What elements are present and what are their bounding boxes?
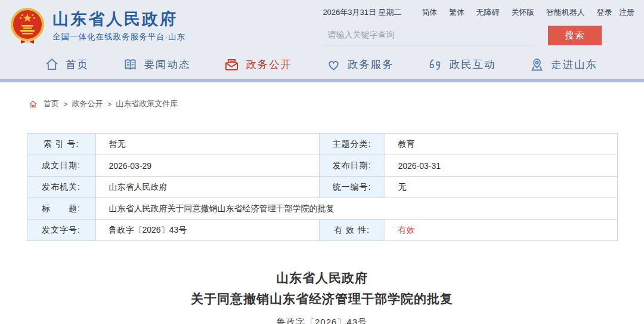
meta-label-doc-number: 发文字号:	[27, 220, 95, 241]
site-subtitle: 全国一体化在线政务服务平台·山东	[52, 32, 185, 42]
link-simplified[interactable]: 简体	[422, 8, 437, 17]
meta-label-publish-date: 发布日期:	[319, 155, 385, 177]
meta-label-validity: 有 效 性:	[319, 220, 385, 241]
current-date: 2026年3月31日 星期二	[323, 8, 401, 17]
link-accessibility[interactable]: 无障碍	[476, 8, 500, 17]
nav-item-gov-info[interactable]: 政务公开	[224, 57, 292, 73]
link-traditional[interactable]: 繁体	[449, 8, 465, 17]
header-divider	[0, 79, 644, 82]
meta-label-written-date: 成文日期:	[27, 155, 95, 177]
document-meta-table: 索 引 号: 暂无 主题分类: 教育 成文日期: 2026-03-29 发布日期…	[27, 133, 618, 241]
breadcrumb-policy-library[interactable]: 山东省政策文件库	[116, 98, 178, 109]
meta-value-unified-no: 无	[385, 177, 617, 198]
nav-label: 要闻动态	[144, 57, 191, 72]
meta-label-issuing-agency: 发布机关:	[27, 177, 95, 198]
home-icon	[29, 100, 38, 109]
nav-item-about-shandong[interactable]: 走进山东	[529, 57, 597, 73]
breadcrumb-separator: >	[63, 100, 68, 109]
national-emblem-logo	[10, 7, 45, 44]
nav-label: 首页	[66, 57, 89, 72]
meta-value-validity: 有效	[385, 220, 617, 241]
document-title-line2: 关于同意撤销山东省经济管理干部学院的批复	[0, 288, 644, 309]
meta-value-topic: 教育	[385, 134, 617, 155]
link-smart-robot[interactable]: 智能机器人	[546, 8, 585, 17]
meta-value-issuing-agency: 山东省人民政府	[95, 177, 319, 198]
site-brand[interactable]: 山东省人民政府 全国一体化在线政务服务平台·山东	[10, 7, 185, 44]
meta-value-doc-number: 鲁政字〔2026〕43号	[95, 220, 319, 241]
table-row: 发文字号: 鲁政字〔2026〕43号 有 效 性: 有效	[27, 220, 617, 241]
table-row: 标 题: 山东省人民政府关于同意撤销山东省经济管理干部学院的批复	[27, 198, 617, 220]
chat-icon	[427, 57, 443, 73]
table-row: 索 引 号: 暂无 主题分类: 教育	[27, 134, 617, 155]
nav-label: 走进山东	[551, 57, 597, 72]
site-title: 山东省人民政府	[52, 10, 185, 29]
search-button[interactable]: 搜索	[548, 26, 602, 45]
meta-label-unified-no: 统一编号:	[319, 177, 385, 198]
main-nav: 首页 要闻动态 政务公开 政务服务	[0, 51, 644, 79]
nav-item-interaction[interactable]: 政民互动	[427, 57, 496, 73]
nav-label: 政务服务	[348, 57, 394, 72]
nav-item-news[interactable]: 要闻动态	[122, 57, 191, 73]
link-login[interactable]: 登录	[596, 8, 612, 17]
table-row: 发布机关: 山东省人民政府 统一编号: 无	[27, 177, 617, 198]
link-register[interactable]: 注册	[619, 8, 634, 17]
nav-item-gov-services[interactable]: 政务服务	[326, 57, 394, 73]
link-care-version[interactable]: 关怀版	[511, 8, 534, 17]
search-input[interactable]	[323, 27, 536, 45]
meta-value-index-no: 暂无	[95, 134, 319, 155]
meta-value-written-date: 2026-03-29	[95, 155, 319, 177]
utility-bar: 2026年3月31日 星期二 简体 繁体 无障碍 关怀版 智能机器人 登录 注册	[323, 7, 634, 18]
meta-label-title: 标 题:	[27, 198, 95, 220]
mail-icon	[224, 57, 240, 73]
meta-label-index-no: 索 引 号:	[27, 134, 95, 155]
nav-label: 政务公开	[246, 57, 292, 72]
nav-item-home[interactable]: 首页	[44, 57, 89, 72]
meta-label-topic: 主题分类:	[319, 134, 385, 155]
document-heading: 山东省人民政府 关于同意撤销山东省经济管理干部学院的批复 鲁政字〔2026〕43…	[0, 267, 644, 324]
table-row: 成文日期: 2026-03-29 发布日期: 2026-03-31	[27, 155, 617, 177]
site-header: 山东省人民政府 全国一体化在线政务服务平台·山东 2026年3月31日 星期二 …	[0, 0, 644, 82]
breadcrumb-home[interactable]: 首页	[44, 98, 59, 109]
map-pin-icon	[529, 57, 545, 73]
meta-value-title: 山东省人民政府关于同意撤销山东省经济管理干部学院的批复	[95, 198, 617, 220]
document-title-line1: 山东省人民政府	[0, 267, 644, 288]
breadcrumb-gov-info[interactable]: 政务公开	[72, 98, 103, 109]
meta-value-publish-date: 2026-03-31	[385, 155, 617, 177]
home-icon	[44, 57, 60, 72]
book-icon	[122, 57, 138, 73]
breadcrumb: 首页 > 政务公开 > 山东省政策文件库	[29, 98, 644, 109]
nav-label: 政民互动	[449, 57, 496, 72]
breadcrumb-separator: >	[107, 100, 112, 109]
heart-icon	[326, 57, 342, 73]
document-number: 鲁政字〔2026〕43号	[0, 317, 644, 324]
